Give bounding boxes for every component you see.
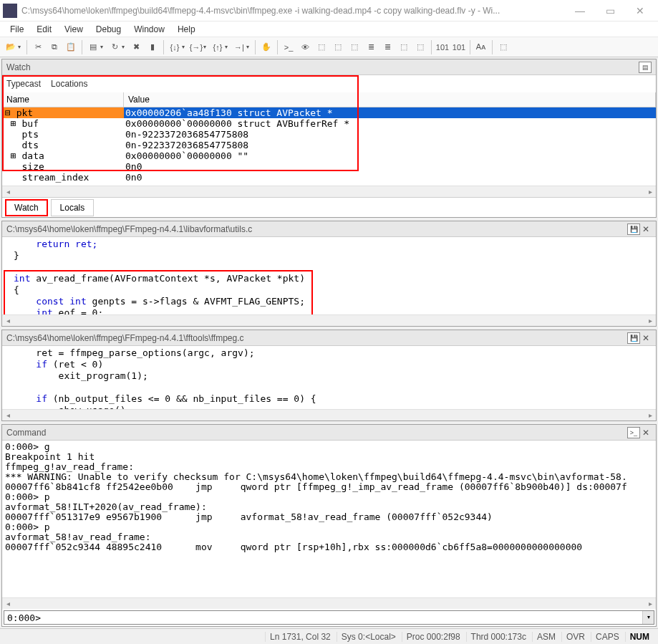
tab-watch[interactable]: Watch (5, 199, 48, 216)
src2-hscroll[interactable]: ◂▸ (2, 409, 656, 420)
status-ovr: OVR (561, 632, 589, 642)
restart-icon[interactable]: ↻ (107, 39, 122, 55)
menu-help[interactable]: Help (172, 23, 201, 35)
processes-icon[interactable]: ⬚ (412, 39, 428, 55)
command-input-row: ▾ (4, 610, 654, 625)
cmd-icon[interactable]: >_ (281, 39, 296, 55)
titlebar: C:\msys64\home\loken\ffmpeg\build64\ffme… (0, 0, 658, 21)
cmd-hscroll[interactable]: ◂▸ (2, 597, 656, 609)
source-body-ffmpeg[interactable]: ret = ffmpeg_parse_options(argc, argv); … (2, 346, 656, 409)
go-icon[interactable]: ▤ (85, 39, 101, 55)
watch-hscroll[interactable]: ◂▸ (2, 186, 656, 197)
run-to-icon[interactable]: →| (231, 39, 247, 55)
step-over-icon[interactable]: {→} (188, 39, 204, 55)
command-title: Command (6, 428, 46, 438)
typecast-label[interactable]: Typecast (6, 79, 41, 89)
status-num: NUM (625, 632, 654, 642)
watch-header: Watch ▤ (2, 59, 656, 75)
app-icon (3, 4, 17, 18)
source-header-utils: C:\msys64\home\loken\ffmpeg\FFmpeg-n4.4.… (2, 221, 656, 237)
status-caps: CAPS (591, 632, 624, 642)
command-history-dropdown-icon[interactable]: ▾ (642, 611, 654, 624)
disasm-icon[interactable]: ≣ (379, 39, 395, 55)
watch-row[interactable]: ⊟ pkt0x00000206`aa48f130 struct AVPacket… (2, 107, 656, 118)
command-header: Command >_ ✕ (2, 425, 656, 441)
tab-locals[interactable]: Locals (51, 199, 95, 216)
registers-icon[interactable]: ⬚ (330, 39, 346, 55)
close-icon[interactable]: ✕ (640, 428, 652, 438)
save-icon[interactable]: 💾 (627, 224, 640, 235)
watch-row[interactable]: ⊞ data0x00000000`00000000 "" (2, 150, 656, 161)
col-value[interactable]: Value (124, 92, 656, 107)
minimize-button[interactable]: — (565, 1, 595, 20)
source-path-utils: C:\msys64\home\loken\ffmpeg\FFmpeg-n4.4.… (6, 224, 252, 234)
source-path-ffmpeg: C:\msys64\home\loken\ffmpeg\FFmpeg-n4.4.… (6, 333, 244, 343)
menu-window[interactable]: Window (128, 23, 170, 35)
source-header-ffmpeg: C:\msys64\home\loken\ffmpeg\FFmpeg-n4.4.… (2, 330, 656, 346)
step-out-icon[interactable]: {↑} (210, 39, 226, 55)
status-thrd: Thrd 000:173c (466, 632, 531, 642)
maximize-button[interactable]: ▭ (595, 1, 625, 20)
source-body-utils[interactable]: return ret; } int av_read_frame(AVFormat… (2, 237, 656, 314)
watch-subheader: Typecast Locations (2, 75, 656, 92)
command-output[interactable]: 0:000> g Breakpoint 1 hit ffmpeg_g!av_re… (2, 441, 656, 597)
cmd-menu-icon[interactable]: >_ (627, 427, 640, 438)
close-icon[interactable]: ✕ (640, 333, 652, 343)
toolbar: 📂▾ ✂ ⧉ 📋 ▤▾ ↻▾ ✖ ▮ {↓}▾ {→}▾ {↑}▾ →|▾ ✋ … (0, 37, 658, 57)
watch-grid-rows[interactable]: ⊟ pkt0x00000206`aa48f130 struct AVPacket… (2, 107, 656, 186)
command-panel: Command >_ ✕ 0:000> g Breakpoint 1 hit f… (1, 424, 657, 627)
paste-icon[interactable]: 📋 (63, 39, 79, 55)
menu-file[interactable]: File (4, 23, 29, 35)
watch-panel: Watch ▤ Typecast Locations Name Value ⊟ … (1, 59, 657, 218)
menubar: File Edit View Debug Window Help (0, 21, 658, 37)
col-name[interactable]: Name (2, 92, 124, 107)
source-panel-ffmpeg: C:\msys64\home\loken\ffmpeg\FFmpeg-n4.4.… (1, 330, 657, 421)
status-proc: Proc 000:2f98 (402, 632, 465, 642)
watch-row[interactable]: pts0n-9223372036854775808 (2, 129, 656, 140)
locals-icon[interactable]: ⬚ (314, 39, 329, 55)
open-icon[interactable]: 📂 (3, 39, 19, 55)
menu-debug[interactable]: Debug (90, 23, 127, 35)
watch-grid-header: Name Value (2, 92, 656, 107)
source-panel-utils: C:\msys64\home\loken\ffmpeg\FFmpeg-n4.4.… (1, 221, 657, 327)
save-icon[interactable]: 💾 (627, 332, 640, 344)
options-icon[interactable]: ⬚ (495, 39, 511, 55)
close-button[interactable]: ✕ (625, 1, 655, 20)
status-ln-col: Ln 1731, Col 32 (265, 632, 335, 642)
status-sys: Sys 0:<Local> (337, 632, 400, 642)
src1-hscroll[interactable]: ◂▸ (2, 314, 656, 326)
stop-icon[interactable]: ✖ (128, 39, 144, 55)
scratch-icon[interactable]: ⬚ (396, 39, 412, 55)
watch-row[interactable]: stream_index0n0 (2, 172, 656, 183)
memory-icon[interactable]: ⬚ (347, 39, 362, 55)
panel-menu-icon[interactable]: ▤ (639, 62, 652, 73)
watch-row[interactable]: size0n0 (2, 161, 656, 172)
status-asm: ASM (532, 632, 560, 642)
cut-icon[interactable]: ✂ (30, 39, 46, 55)
font-icon[interactable]: Aᴀ (473, 39, 489, 55)
break-icon[interactable]: ▮ (145, 39, 160, 55)
window-title: C:\msys64\home\loken\ffmpeg\build64\ffme… (21, 6, 565, 16)
statusbar: Ln 1731, Col 32 Sys 0:<Local> Proc 000:2… (0, 628, 658, 644)
copy-icon[interactable]: ⧉ (47, 39, 62, 55)
locations-label[interactable]: Locations (51, 79, 87, 89)
step-into-icon[interactable]: {↓} (167, 39, 183, 55)
watch-title: Watch (6, 62, 31, 72)
watch-row[interactable]: dts0n-9223372036854775808 (2, 140, 656, 150)
callstack-icon[interactable]: ≣ (363, 39, 379, 55)
command-input[interactable] (4, 611, 642, 624)
watch-tabs: Watch Locals (2, 197, 656, 217)
asm-mode-icon[interactable]: 101 (451, 39, 467, 55)
watch-row[interactable]: ⊞ buf0x00000000`00000000 struct AVBuffer… (2, 118, 656, 129)
source-mode-icon[interactable]: 101 (435, 39, 450, 55)
breakpoints-icon[interactable]: ✋ (258, 39, 274, 55)
menu-view[interactable]: View (59, 23, 89, 35)
close-icon[interactable]: ✕ (640, 224, 652, 234)
watch-icon[interactable]: 👁 (297, 39, 313, 55)
menu-edit[interactable]: Edit (31, 23, 57, 35)
